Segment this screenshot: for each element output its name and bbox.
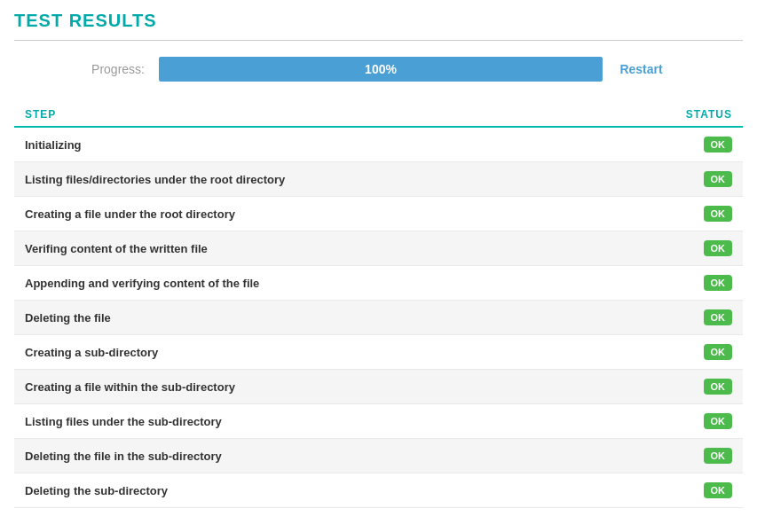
title-divider [14, 40, 743, 41]
table-row: Creating a file under the root directory… [14, 197, 743, 231]
step-text: Listing files/directories under the root… [25, 173, 285, 186]
step-text: Creating a file within the sub-directory [25, 380, 235, 394]
step-text: Initializing [25, 138, 82, 152]
table-row: Creating a file within the sub-directory… [14, 370, 743, 404]
progress-bar-container: 100% [159, 57, 603, 82]
table-row: Listing files under the sub-directoryOK [14, 404, 743, 439]
status-badge: OK [704, 137, 733, 153]
results-table: STEP STATUS InitializingOKListing files/… [14, 103, 743, 508]
step-text: Creating a sub-directory [25, 346, 158, 359]
table-row: Appending and verifying content of the f… [14, 266, 743, 301]
status-badge: OK [704, 240, 733, 256]
step-text: Listing files under the sub-directory [25, 415, 222, 428]
status-badge: OK [704, 448, 733, 464]
table-row: Deleting the file in the sub-directoryOK [14, 439, 743, 473]
status-column-header: STATUS [686, 108, 732, 121]
progress-row: Progress: 100% Restart [14, 57, 743, 82]
table-row: Deleting the fileOK [14, 301, 743, 335]
step-text: Verifing content of the written file [25, 242, 208, 255]
status-badge: OK [704, 206, 733, 222]
status-badge: OK [704, 482, 733, 498]
restart-button[interactable]: Restart [617, 62, 666, 76]
status-badge: OK [704, 379, 733, 395]
table-row: Verifing content of the written fileOK [14, 231, 743, 266]
status-badge: OK [704, 344, 733, 360]
table-row: InitializingOK [14, 128, 743, 162]
page-title: TEST RESULTS [14, 11, 743, 31]
status-badge: OK [704, 413, 733, 429]
progress-bar-fill: 100% [159, 57, 603, 82]
step-text: Deleting the file [25, 311, 111, 325]
step-text: Creating a file under the root directory [25, 207, 235, 221]
page-container: TEST RESULTS Progress: 100% Restart STEP… [0, 0, 757, 532]
status-badge: OK [704, 171, 733, 187]
step-column-header: STEP [25, 108, 56, 121]
status-badge: OK [704, 275, 733, 291]
step-text: Deleting the file in the sub-directory [25, 450, 222, 463]
table-body: InitializingOKListing files/directories … [14, 128, 743, 508]
status-badge: OK [704, 309, 733, 325]
step-text: Appending and verifying content of the f… [25, 277, 259, 290]
table-row: Creating a sub-directoryOK [14, 335, 743, 370]
table-row: Listing files/directories under the root… [14, 162, 743, 197]
progress-label: Progress: [91, 62, 145, 76]
table-row: Deleting the sub-directoryOK [14, 473, 743, 508]
table-header: STEP STATUS [14, 103, 743, 128]
progress-text: 100% [365, 62, 397, 76]
step-text: Deleting the sub-directory [25, 484, 168, 497]
